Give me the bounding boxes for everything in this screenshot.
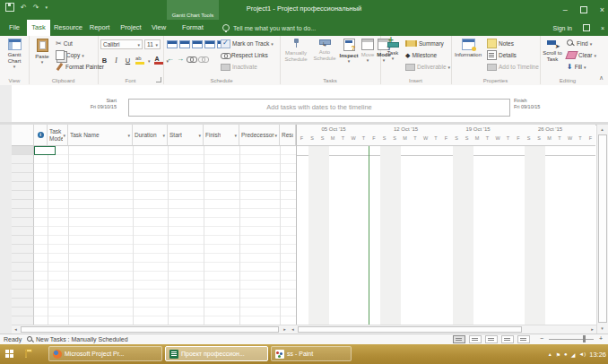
row-header[interactable]	[12, 254, 34, 263]
scroll-down-icon[interactable]: ▾	[598, 325, 606, 333]
font-color-button[interactable]	[154, 56, 163, 65]
row-header[interactable]	[12, 281, 34, 290]
zoom-slider-thumb[interactable]	[583, 335, 586, 342]
column-dropdown-icon[interactable]	[127, 132, 130, 138]
view-shortcut-team-planner[interactable]	[485, 335, 498, 343]
onedrive-icon[interactable]: ●	[564, 351, 568, 357]
column-dropdown-icon[interactable]	[63, 132, 65, 138]
minimize-button[interactable]: –	[563, 5, 568, 14]
taskbar-button-project-app[interactable]: Проект профессион...	[165, 346, 268, 361]
find-button[interactable]: Find	[567, 39, 592, 48]
customize-qat-icon[interactable]: ▾	[45, 4, 48, 10]
column-header-task-mode[interactable]: Task Mode	[48, 125, 68, 146]
row-header[interactable]	[12, 191, 34, 200]
notes-button[interactable]: Notes	[487, 39, 514, 48]
unlink-tasks-icon[interactable]	[198, 56, 207, 62]
tab-file[interactable]: File	[4, 20, 25, 36]
copy-button[interactable]: Copy	[56, 50, 84, 60]
view-shortcut-task-usage[interactable]	[469, 335, 482, 343]
taskbar-button-paint[interactable]: ss - Paint	[271, 346, 352, 361]
respect-links-button[interactable]: Respect Links	[221, 50, 268, 60]
outdent-task-icon[interactable]: ←	[167, 55, 174, 63]
task-grid[interactable]	[34, 146, 296, 325]
chart-horizontal-scrollbar[interactable]: ◂ ▸	[289, 325, 596, 334]
scroll-right-icon[interactable]: ▸	[588, 325, 596, 334]
scroll-up-icon[interactable]: ▴	[598, 126, 606, 134]
taskbar-button-project-setup[interactable]: Microsoft Project Pr...	[48, 346, 162, 361]
row-header[interactable]	[12, 218, 34, 227]
gantt-chart-view-button[interactable]: Gantt Chart	[1, 38, 28, 70]
percent-50-button[interactable]	[192, 40, 203, 48]
insert-task-button[interactable]: Task	[382, 38, 404, 62]
zoom-in-button[interactable]: +	[599, 335, 603, 342]
link-tasks-icon[interactable]	[187, 56, 195, 62]
vertical-scrollbar[interactable]: ▴ ▾	[596, 125, 608, 334]
clock[interactable]: 13:26	[589, 351, 606, 359]
percent-25-button[interactable]	[179, 40, 190, 48]
close-ribbon-icon[interactable]: ×	[601, 25, 604, 31]
sign-in-link[interactable]: Sign in	[553, 25, 572, 31]
column-header-predecessors[interactable]: Predecessors	[239, 125, 280, 146]
tell-me-box[interactable]: Tell me what you want to do...	[222, 20, 316, 36]
table-scroll-thumb[interactable]	[21, 326, 279, 333]
inactivate-button[interactable]: Inactivate	[221, 62, 257, 72]
close-button[interactable]: ×	[600, 5, 604, 14]
chart-area[interactable]	[296, 146, 595, 325]
view-shortcut-resource-sheet[interactable]	[501, 335, 514, 343]
zoom-slider[interactable]	[549, 339, 594, 340]
row-header[interactable]	[12, 182, 34, 191]
indent-task-icon[interactable]: →	[177, 55, 184, 63]
tab-resource[interactable]: Resource	[52, 20, 84, 36]
view-shortcut-report[interactable]	[517, 335, 530, 343]
insert-summary-button[interactable]: Summary	[405, 39, 444, 48]
column-header-task-name[interactable]: Task Name	[68, 125, 133, 146]
underline-button[interactable]: U	[124, 56, 132, 65]
column-header-resource-names[interactable]: Resource Names	[280, 125, 296, 146]
mark-on-track-button[interactable]: Mark on Track	[221, 39, 274, 48]
vertical-scroll-thumb[interactable]	[598, 134, 607, 323]
insert-milestone-button[interactable]: ◆ Milestone	[405, 50, 437, 60]
volume-icon[interactable]: ◄)	[578, 351, 586, 357]
gantt-panel-strip[interactable]: GANTT CHART	[0, 125, 13, 334]
timeline-panel[interactable]: Start Fri 09/10/15 Add tasks with dates …	[12, 85, 608, 122]
column-header-finish[interactable]: Finish	[204, 125, 239, 146]
font-size-select[interactable]: 11	[144, 39, 161, 49]
manually-schedule-button[interactable]: Manually Schedule	[282, 38, 310, 63]
insert-deliverable-button[interactable]: Deliverable	[405, 62, 450, 72]
chart-scroll-thumb[interactable]	[298, 326, 522, 333]
undo-icon[interactable]: ↶	[21, 4, 27, 12]
tab-project[interactable]: Project	[117, 20, 145, 36]
scroll-left-icon[interactable]: ◂	[289, 325, 297, 334]
row-header[interactable]	[12, 155, 34, 164]
selected-cell[interactable]	[34, 146, 56, 155]
row-header[interactable]	[12, 227, 34, 236]
row-header[interactable]	[12, 146, 34, 155]
column-header-duration[interactable]: Duration	[133, 125, 168, 146]
information-button[interactable]: Information	[453, 38, 483, 58]
column-header-start[interactable]: Start	[168, 125, 204, 146]
scroll-right-icon[interactable]: ▸	[281, 325, 289, 334]
save-icon[interactable]	[5, 3, 14, 12]
column-dropdown-icon[interactable]	[274, 132, 277, 138]
bold-button[interactable]: B	[100, 56, 109, 65]
column-dropdown-icon[interactable]	[162, 132, 165, 138]
start-button[interactable]	[5, 350, 14, 359]
tab-view[interactable]: View	[147, 20, 170, 36]
redo-icon[interactable]: ↷	[33, 4, 39, 12]
chart-timescale-header[interactable]: 05 Oct '1512 Oct '1519 Oct '1526 Oct '15…	[296, 125, 595, 146]
new-tasks-mode-button[interactable]: New Tasks : Manually Scheduled	[27, 336, 128, 342]
scroll-to-task-button[interactable]: Scroll to Task	[541, 38, 564, 63]
percent-0-button[interactable]	[167, 40, 178, 48]
show-hidden-icons-icon[interactable]: ▲	[548, 351, 552, 357]
tab-task[interactable]: Task	[27, 20, 50, 36]
details-button[interactable]: Details	[487, 50, 517, 60]
file-explorer-button[interactable]	[25, 351, 27, 357]
row-header[interactable]	[12, 272, 34, 281]
tab-report[interactable]: Report	[86, 20, 113, 36]
row-header[interactable]	[12, 263, 34, 272]
paste-button[interactable]: Paste	[31, 38, 53, 65]
row-header[interactable]	[12, 308, 34, 316]
format-painter-button[interactable]: Format Painter	[56, 62, 104, 72]
row-header[interactable]	[12, 164, 34, 173]
add-to-timeline-button[interactable]: Add to Timeline	[487, 62, 539, 72]
